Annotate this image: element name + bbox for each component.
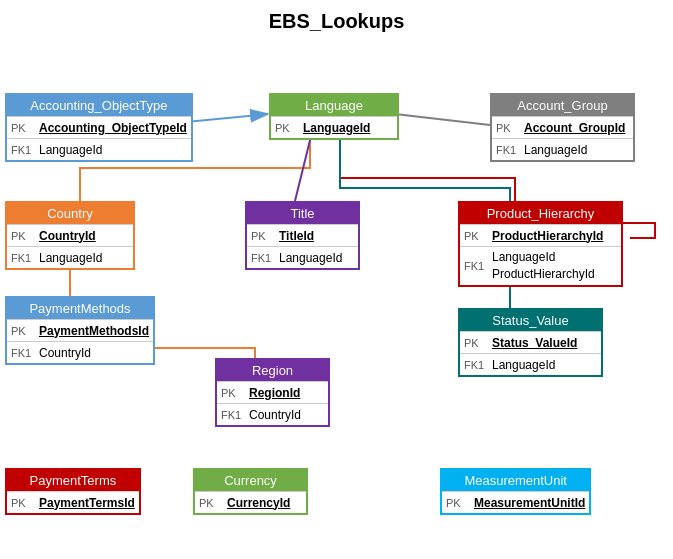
svg-line-11 bbox=[395, 114, 490, 125]
table-country: Country PK CountryId FK1 LanguageId bbox=[5, 201, 135, 270]
table-title: Title PK TitleId FK1 LanguageId bbox=[245, 201, 360, 270]
table-status-value: Status_Value PK Status_ValueId FK1 Langu… bbox=[458, 308, 603, 377]
table-payment-terms: PaymentTerms PK PaymentTermsId bbox=[5, 468, 141, 515]
table-header: Accounting_ObjectType bbox=[7, 95, 191, 116]
table-measurement-unit: MeasurementUnit PK MeasurementUnitId bbox=[440, 468, 591, 515]
table-accounting-object-type: Accounting_ObjectType PK Accounting_Obje… bbox=[5, 93, 193, 162]
table-account-group: Account_Group PK Account_GroupId FK1 Lan… bbox=[490, 93, 635, 162]
table-region: Region PK RegionId FK1 CountryId bbox=[215, 358, 330, 427]
table-currency: Currency PK CurrencyId bbox=[193, 468, 308, 515]
diagram-container: Accounting_ObjectType PK Accounting_Obje… bbox=[0, 38, 673, 558]
table-product-hierarchy: Product_Hierarchy PK ProductHierarchyId … bbox=[458, 201, 623, 287]
table-payment-methods: PaymentMethods PK PaymentMethodsId FK1 C… bbox=[5, 296, 155, 365]
table-language: Language PK LanguageId bbox=[269, 93, 399, 140]
page-title: EBS_Lookups bbox=[0, 0, 673, 38]
